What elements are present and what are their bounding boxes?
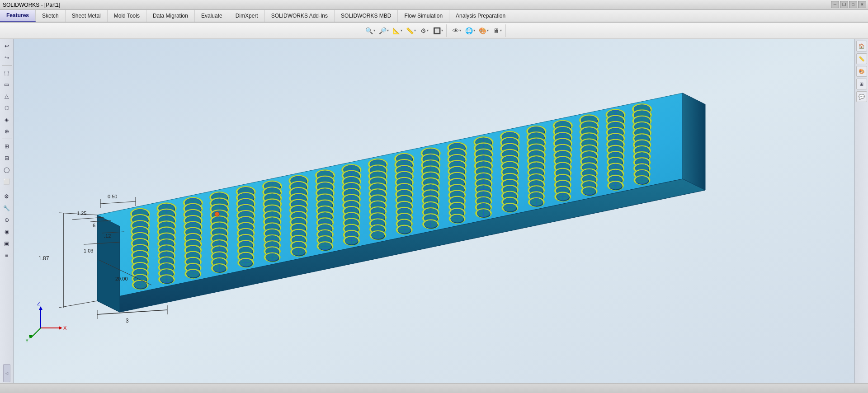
- tab-flow-simulation[interactable]: Flow Simulation: [398, 10, 449, 22]
- toolbar-group-2: 👁▾ 🌐▾ 🎨▾ 🖥▾: [448, 24, 506, 37]
- sidebar-icon-1[interactable]: ↩: [1, 41, 12, 51]
- statusbar: [0, 383, 868, 393]
- viewport[interactable]: 1.87 3 0.50 1.25 6: [14, 39, 854, 393]
- minimize-button[interactable]: ─: [831, 1, 839, 8]
- right-sidebar-chat[interactable]: 💬: [856, 91, 867, 102]
- right-sidebar-measure[interactable]: 📏: [856, 53, 867, 64]
- toolbar-group-1: 🔍▾ 🔎▾ 📐▾ 📏▾ ⚙▾ 🔲▾: [362, 24, 447, 37]
- sidebar-divider-1: [2, 65, 12, 66]
- tab-features[interactable]: Features: [0, 10, 36, 22]
- svg-text:1.87: 1.87: [38, 255, 49, 262]
- sidebar-icon-12[interactable]: ⬜: [1, 176, 12, 187]
- toolbar-btn-display[interactable]: 🖥▾: [491, 24, 504, 37]
- svg-text:0.50: 0.50: [108, 194, 117, 199]
- sidebar-icon-14[interactable]: 🔧: [1, 203, 12, 214]
- svg-text:3: 3: [126, 318, 129, 324]
- right-sidebar-grid[interactable]: ⊞: [856, 79, 867, 89]
- close-button[interactable]: ✕: [858, 1, 866, 8]
- menubar: Features Sketch Sheet Metal Mold Tools D…: [0, 10, 868, 23]
- 3d-model: 1.87 3 0.50 1.25 6: [14, 39, 854, 393]
- sidebar-icon-17[interactable]: ▣: [1, 238, 12, 249]
- sidebar-icon-8[interactable]: ⊕: [1, 126, 12, 137]
- toolbar-btn-cube[interactable]: 🔲▾: [432, 24, 444, 37]
- right-sidebar-palette[interactable]: 🎨: [856, 66, 867, 77]
- sidebar-icon-4[interactable]: ▭: [1, 79, 12, 90]
- sidebar-divider-2: [2, 139, 12, 139]
- titlebar: SOLIDWORKS - [Part1] ─ ❐ □ ✕: [0, 0, 868, 10]
- svg-text:X: X: [63, 325, 67, 331]
- sidebar-icon-5[interactable]: △: [1, 91, 12, 102]
- sidebar-icon-10[interactable]: ⊟: [1, 153, 12, 164]
- left-sidebar: ↩ ↪ ⬚ ▭ △ ⬡ ◈ ⊕ ⊞ ⊟ ◯ ⬜ ⚙ 🔧 ⊙ ◉ ▣ ≡ ◁: [0, 39, 14, 393]
- svg-text:1.25: 1.25: [77, 211, 86, 216]
- tab-data-migration[interactable]: Data Migration: [146, 10, 195, 22]
- tab-analysis-preparation[interactable]: Analysis Preparation: [449, 10, 512, 22]
- tab-mold-tools[interactable]: Mold Tools: [108, 10, 146, 22]
- svg-marker-4: [97, 215, 120, 312]
- right-sidebar: 🏠 📏 🎨 ⊞ 💬: [854, 39, 868, 393]
- toolbar-btn-render[interactable]: 🎨▾: [477, 24, 490, 37]
- svg-text:Z: Z: [37, 301, 40, 306]
- toolbar-btn-measure[interactable]: 📐▾: [391, 24, 404, 37]
- toolbar-btn-view2[interactable]: 🌐▾: [464, 24, 476, 37]
- svg-text:6: 6: [93, 223, 95, 228]
- svg-text:1.03: 1.03: [84, 248, 93, 253]
- sidebar-icon-16[interactable]: ◉: [1, 226, 12, 237]
- sidebar-icon-9[interactable]: ⊞: [1, 141, 12, 152]
- toolbar-btn-zoom[interactable]: 🔎▾: [377, 24, 390, 37]
- svg-text:20.00: 20.00: [115, 276, 128, 281]
- right-sidebar-home[interactable]: 🏠: [856, 41, 867, 51]
- sidebar-icon-18[interactable]: ≡: [1, 250, 12, 261]
- sidebar-icon-3[interactable]: ⬚: [1, 67, 12, 78]
- toolbar-btn-view1[interactable]: 👁▾: [450, 24, 463, 37]
- tab-dimxpert[interactable]: DimXpert: [229, 10, 265, 22]
- titlebar-text: SOLIDWORKS - [Part1]: [3, 2, 60, 8]
- svg-text:.12: .12: [104, 233, 111, 239]
- titlebar-controls: ─ ❐ □ ✕: [831, 1, 866, 8]
- svg-marker-2: [683, 93, 705, 190]
- restore-button[interactable]: ❐: [840, 1, 848, 8]
- tab-evaluate[interactable]: Evaluate: [195, 10, 229, 22]
- toolbar-btn-search[interactable]: 🔍▾: [364, 24, 377, 37]
- tab-solidworks-mbd[interactable]: SOLIDWORKS MBD: [335, 10, 398, 22]
- maximize-button[interactable]: □: [849, 1, 857, 8]
- toolbar: 🔍▾ 🔎▾ 📐▾ 📏▾ ⚙▾ 🔲▾ 👁▾ 🌐▾ 🎨▾ 🖥▾: [0, 23, 868, 39]
- sidebar-icon-15[interactable]: ⊙: [1, 215, 12, 225]
- tab-solidworks-addins[interactable]: SOLIDWORKS Add-Ins: [265, 10, 335, 22]
- sidebar-icon-13[interactable]: ⚙: [1, 191, 12, 202]
- sidebar-icon-6[interactable]: ⬡: [1, 103, 12, 113]
- sidebar-divider-3: [2, 189, 12, 189]
- svg-point-1587: [215, 212, 219, 216]
- toolbar-btn-tools2[interactable]: ⚙▾: [418, 24, 431, 37]
- tab-sheet-metal[interactable]: Sheet Metal: [66, 10, 108, 22]
- sidebar-collapse-handle[interactable]: ◁: [3, 364, 10, 382]
- sidebar-icon-7[interactable]: ◈: [1, 114, 12, 125]
- svg-text:Y: Y: [25, 338, 29, 343]
- sidebar-icon-2[interactable]: ↪: [1, 52, 12, 63]
- sidebar-icon-11[interactable]: ◯: [1, 164, 12, 175]
- main-content: ↩ ↪ ⬚ ▭ △ ⬡ ◈ ⊕ ⊞ ⊟ ◯ ⬜ ⚙ 🔧 ⊙ ◉ ▣ ≡ ◁: [0, 39, 868, 393]
- tab-sketch[interactable]: Sketch: [36, 10, 66, 22]
- toolbar-btn-tools1[interactable]: 📏▾: [405, 24, 417, 37]
